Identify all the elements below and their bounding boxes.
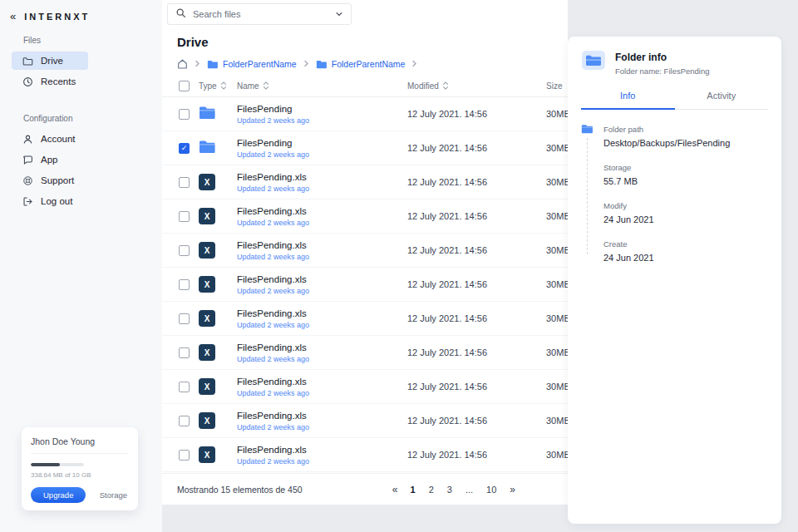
xls-file-icon: X (199, 310, 215, 327)
file-updated: Updated 2 weeks ago (237, 389, 309, 397)
lifebuoy-icon (22, 175, 33, 186)
pagination-next[interactable]: » (510, 484, 515, 495)
storage-link[interactable]: Storage (100, 490, 127, 500)
upgrade-button[interactable]: Upgrade (31, 487, 86, 503)
file-modified: 12 July 2021. 14:56 (397, 245, 534, 255)
property-value: 24 Jun 2021 (603, 214, 768, 224)
file-name-block: FilesPending.xlsUpdated 2 weeks ago (237, 240, 309, 261)
sort-icon[interactable] (220, 81, 227, 91)
property-value: 55.7 MB (603, 176, 768, 186)
sidebar-collapse-icon[interactable]: « (10, 10, 16, 22)
search-input[interactable] (193, 9, 328, 19)
row-checkbox[interactable] (179, 177, 190, 188)
row-checkbox[interactable] (179, 279, 190, 290)
folder-icon (316, 60, 328, 69)
column-header-size[interactable]: Size (546, 81, 562, 91)
row-checkbox[interactable] (179, 313, 190, 324)
row-name-cell: FilesPending.xlsUpdated 2 weeks ago (237, 411, 397, 431)
file-updated: Updated 2 weeks ago (237, 321, 309, 329)
sidebar-item-app[interactable]: App (12, 150, 88, 169)
page-button[interactable]: 2 (429, 485, 434, 495)
row-checkbox[interactable] (179, 211, 190, 222)
row-type-cell: X (199, 412, 237, 429)
file-table: Type Name Modified Size FilesPendingUpda… (162, 76, 568, 472)
select-all-checkbox[interactable] (179, 81, 190, 91)
row-type-cell: X (199, 378, 237, 395)
column-header-type[interactable]: Type (199, 81, 217, 91)
tab-activity[interactable]: Activity (675, 91, 769, 109)
row-name-cell: FilesPending.xlsUpdated 2 weeks ago (237, 445, 397, 466)
row-type-cell: X (199, 344, 237, 361)
sidebar-item-log-out[interactable]: Log out (12, 192, 88, 210)
file-updated: Updated 2 weeks ago (237, 219, 309, 227)
file-row[interactable]: XFilesPending.xlsUpdated 2 weeks ago12 J… (162, 370, 568, 404)
row-checkbox[interactable] (179, 450, 190, 461)
file-modified: 12 July 2021. 14:56 (397, 382, 534, 392)
sidebar-item-support[interactable]: Support (12, 171, 88, 190)
page-button[interactable]: ... (466, 485, 473, 495)
column-header-name[interactable]: Name (237, 81, 259, 91)
file-row[interactable]: XFilesPending.xlsUpdated 2 weeks ago12 J… (162, 302, 568, 336)
file-name: FilesPending.xls (237, 411, 309, 421)
row-select-cell (162, 382, 199, 392)
file-row[interactable]: XFilesPending.xlsUpdated 2 weeks ago12 J… (162, 268, 568, 302)
file-size: 30MB (534, 109, 568, 119)
column-header-modified[interactable]: Modified (407, 81, 439, 91)
property-value: 24 Jun 2021 (603, 253, 768, 263)
tab-info[interactable]: Info (581, 91, 675, 110)
table-footer: Mostrando 15 elementos de 450 «123...10» (162, 473, 568, 505)
sidebar-item-account[interactable]: Account (12, 130, 88, 148)
row-checkbox[interactable] (179, 245, 190, 256)
file-size: 30MB (534, 450, 568, 460)
breadcrumb-item[interactable]: FolderParentName (316, 59, 406, 69)
file-size: 30MB (534, 211, 568, 221)
row-select-cell (162, 109, 199, 120)
folder-icon (207, 60, 219, 69)
file-name-block: FilesPending.xlsUpdated 2 weeks ago (237, 308, 309, 329)
page-button[interactable]: 10 (486, 485, 496, 495)
sidebar-item-recents[interactable]: Recents (12, 72, 88, 91)
file-row[interactable]: FilesPendingUpdated 2 weeks ago12 July 2… (162, 97, 568, 131)
file-modified: 12 July 2021. 14:56 (397, 416, 534, 426)
row-checkbox[interactable] (179, 416, 190, 426)
row-type-cell (199, 106, 237, 123)
sort-icon[interactable] (442, 81, 449, 91)
row-checkbox[interactable]: ✓ (179, 143, 190, 154)
sidebar-item-label: Drive (41, 56, 63, 66)
file-row[interactable]: XFilesPending.xlsUpdated 2 weeks ago12 J… (162, 336, 568, 370)
file-row[interactable]: XFilesPending.xlsUpdated 2 weeks ago12 J… (162, 200, 568, 234)
row-type-cell (199, 140, 237, 157)
breadcrumb-item[interactable]: FolderParentName (207, 59, 297, 69)
row-select-cell (162, 245, 199, 256)
row-name-cell: FilesPending.xlsUpdated 2 weeks ago (237, 308, 397, 329)
chevron-right-icon (411, 59, 417, 69)
row-checkbox[interactable] (179, 347, 190, 358)
file-row[interactable]: XFilesPending.xlsUpdated 2 weeks ago12 J… (162, 165, 568, 200)
row-checkbox[interactable] (179, 382, 190, 392)
pagination-prev[interactable]: « (392, 484, 397, 495)
chevron-down-icon[interactable] (335, 7, 343, 22)
file-updated: Updated 2 weeks ago (237, 150, 309, 159)
search-box[interactable] (167, 3, 352, 25)
file-row[interactable]: XFilesPending.xlsUpdated 2 weeks ago12 J… (162, 438, 568, 472)
file-name: FilesPending.xls (237, 342, 309, 352)
file-modified: 12 July 2021. 14:56 (397, 109, 534, 119)
file-name: FilesPending.xls (237, 206, 309, 216)
row-select-cell (162, 313, 199, 324)
sidebar-item-drive[interactable]: Drive (12, 52, 88, 70)
file-name: FilesPending.xls (237, 377, 309, 387)
page-button[interactable]: 3 (447, 485, 452, 495)
sort-icon[interactable] (263, 81, 269, 91)
breadcrumb-home[interactable] (177, 59, 188, 69)
file-row[interactable]: XFilesPending.xlsUpdated 2 weeks ago12 J… (162, 234, 568, 268)
table-header: Type Name Modified Size (162, 76, 568, 97)
row-select-cell: ✓ (162, 143, 199, 154)
file-name: FilesPending.xls (237, 308, 309, 318)
file-size: 30MB (534, 279, 568, 289)
file-row[interactable]: ✓FilesPendingUpdated 2 weeks ago12 July … (162, 131, 568, 165)
row-checkbox[interactable] (179, 109, 190, 120)
file-row[interactable]: XFilesPending.xlsUpdated 2 weeks ago12 J… (162, 404, 568, 438)
page-button[interactable]: 1 (411, 485, 416, 495)
file-updated: Updated 2 weeks ago (237, 185, 309, 193)
file-updated: Updated 2 weeks ago (237, 253, 309, 261)
